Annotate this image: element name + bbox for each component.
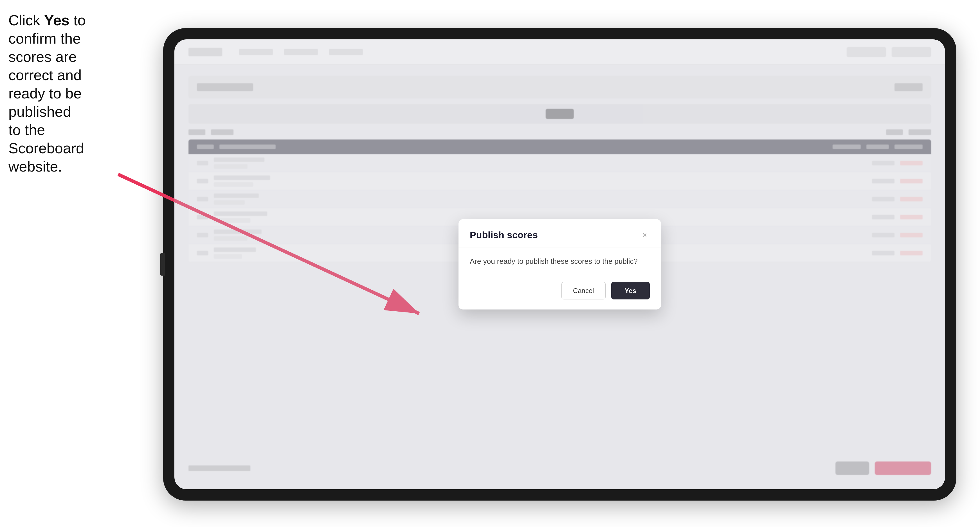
tablet-screen: Publish scores × Are you ready to publis… (174, 40, 945, 489)
modal-header: Publish scores × (458, 219, 661, 248)
instruction-rest: to confirm the scores are correct and re… (8, 12, 86, 175)
modal-message: Are you ready to publish these scores to… (470, 256, 650, 267)
modal-footer: Cancel Yes (458, 275, 661, 310)
modal-dialog: Publish scores × Are you ready to publis… (458, 219, 661, 310)
modal-body: Are you ready to publish these scores to… (458, 248, 661, 275)
modal-title: Publish scores (470, 230, 538, 240)
confirm-yes-button[interactable]: Yes (611, 282, 650, 300)
tablet-side-button (160, 253, 165, 276)
cancel-button[interactable]: Cancel (562, 282, 606, 300)
tablet-device: Publish scores × Are you ready to publis… (163, 28, 956, 500)
instruction-bold: Yes (44, 12, 70, 29)
instruction-text: Click Yes to confirm the scores are corr… (8, 11, 87, 176)
modal-close-button[interactable]: × (640, 230, 650, 240)
